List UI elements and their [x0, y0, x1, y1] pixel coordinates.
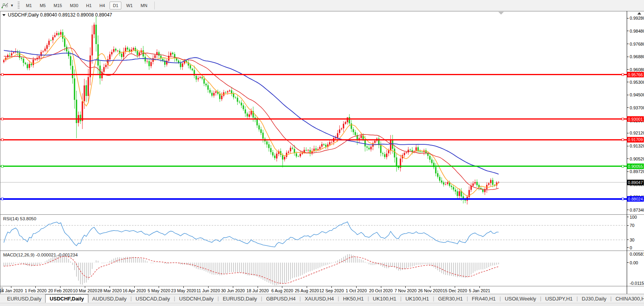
price-tick-label: 0.92120	[630, 131, 644, 135]
rsi-axis-label: 0	[630, 245, 632, 250]
price-tag-0.90055: 0.90055	[627, 164, 644, 169]
svg-text:0.95766: 0.95766	[628, 72, 643, 77]
rsi-axis-label: 30	[630, 238, 635, 242]
chart-tab-audusd-daily[interactable]: AUDUSD,Daily	[88, 294, 130, 303]
price-tag-0.91709: 0.91709	[627, 137, 644, 142]
svg-text:0.88024: 0.88024	[628, 197, 643, 201]
macd-axis-label: 0.005818	[630, 252, 644, 256]
timeframe-button-h1[interactable]: H1	[83, 2, 95, 9]
timeframe-button-m5[interactable]: M5	[37, 2, 49, 9]
timeframe-button-h4[interactable]: H4	[96, 2, 108, 9]
date-tick-label: 12 Sep 2020	[319, 288, 344, 293]
date-tick-label: 6 Aug 2020	[271, 288, 293, 293]
chart-tab-xauusd-h4[interactable]: XAUUSD,H4	[301, 294, 338, 303]
chart-background	[0, 11, 644, 294]
price-tag-0.95766: 0.95766	[627, 72, 644, 77]
price-tick-label: 0.95300	[630, 80, 644, 85]
svg-text:0.90055: 0.90055	[628, 164, 643, 169]
price-tick-label: 0.90520	[630, 157, 644, 161]
date-tick-label: 10 Mar 2020	[73, 288, 97, 293]
toolbar-divider	[154, 2, 155, 9]
toolbar-grip	[18, 2, 20, 9]
chart-tab-usdcnh-daily[interactable]: USDCNH,Daily	[175, 294, 218, 303]
date-tick-label: 5 May 2020	[148, 288, 170, 293]
price-tick-label: 0.98480	[630, 29, 644, 33]
date-tick-label: 25 Aug 2020	[295, 288, 319, 293]
timeframe-button-d1[interactable]: D1	[110, 2, 121, 9]
svg-text:0.89047: 0.89047	[628, 180, 643, 185]
timeframe-button-m30[interactable]: M30	[67, 2, 81, 9]
price-tag-0.93001: 0.93001	[627, 116, 644, 122]
svg-text:0.91709: 0.91709	[628, 137, 643, 142]
date-tick-label: 28 Mar 2020	[97, 288, 122, 293]
price-tick-label: 0.89720	[630, 169, 644, 174]
price-chart[interactable]: RSI(14) 53.8050MACD(12,26,9) -0.000021 -…	[0, 11, 644, 294]
timeframe-toolbar: M1M5M15M30H1H4D1W1MN	[23, 2, 150, 9]
status-bar	[0, 303, 644, 306]
date-tick-label: 18 Jul 2020	[247, 288, 269, 293]
chart-tab-bar: EURUSD,DailyUSDCHF,DailyAUDUSD,Daily|USD…	[0, 294, 644, 303]
chart-indicator-icon	[1, 2, 9, 9]
price-tick-label: 0.96080	[630, 67, 644, 72]
chart-tab-usoil-weekly[interactable]: USOil,Weekly	[501, 294, 540, 303]
chart-tab-eurusd-daily[interactable]: EURUSD,Daily	[3, 294, 45, 303]
chart-tab-hk50-h1[interactable]: HK50,H1	[339, 294, 368, 303]
current-price-tag: 0.89047	[627, 180, 644, 185]
timeframe-button-m1[interactable]: M1	[23, 2, 35, 9]
macd-axis-label: 0.00	[630, 260, 638, 265]
date-tick-label: 26 Nov 2020	[418, 288, 442, 293]
date-tick-label: 16 Apr 2020	[123, 288, 146, 293]
timeframe-button-w1[interactable]: W1	[123, 2, 136, 9]
timeframe-button-mn[interactable]: MN	[137, 2, 150, 9]
chart-tab-usdcad-daily[interactable]: USDCAD,Daily	[132, 294, 174, 303]
chart-tab-gbpusd-h4[interactable]: GBPUSD,H4	[262, 294, 300, 303]
chart-tab-dj30-daily[interactable]: DJ30,Daily	[578, 294, 610, 303]
dropdown-caret-icon: ▼	[10, 4, 14, 7]
date-tick-label: 14 Jan 2020	[0, 288, 23, 293]
chart-tab-ger30-h1[interactable]: GER30,H1	[434, 294, 467, 303]
date-tick-label: 11 Jun 2020	[197, 288, 220, 293]
macd-label: MACD(12,26,9) -0.000021 -0.001234	[3, 253, 78, 257]
chart-window: RSI(14) 53.8050MACD(12,26,9) -0.000021 -…	[0, 11, 644, 294]
date-tick-label: 20 Feb 2020	[48, 288, 73, 293]
toolbar: ▼ M1M5M15M30H1H4D1W1MN	[0, 0, 644, 11]
chart-title-text: USDCHF,Daily 0.89040 0.89132 0.89008 0.8…	[8, 12, 112, 18]
date-tick-label: 5 Jan 2021	[469, 288, 490, 293]
price-tick-label: 0.93700	[630, 105, 644, 110]
price-tag-0.88024: 0.88024	[627, 196, 644, 202]
rsi-axis-label: 70	[630, 223, 635, 228]
rsi-label: RSI(14) 53.8050	[3, 216, 36, 221]
date-tick-label: 30 Jun 2020	[221, 288, 245, 293]
price-tick-label: 0.96880	[630, 54, 644, 59]
chart-tab-usdchf-daily[interactable]: USDCHF,Daily	[45, 294, 88, 303]
chart-tab-eurusd-daily[interactable]: EURUSD,Daily	[219, 294, 261, 303]
chart-tab-fra40-h1[interactable]: FRA40,H1	[468, 294, 500, 303]
price-tick-label: 0.87340	[630, 208, 644, 212]
svg-text:0.93001: 0.93001	[628, 117, 643, 122]
rsi-axis-label: 100	[630, 215, 637, 219]
price-tick-label: 0.99280	[630, 16, 644, 20]
date-tick-label: 15 Dec 2020	[443, 288, 467, 293]
price-tick-label: 0.94500	[630, 92, 644, 97]
date-tick-label: 7 Nov 2020	[395, 288, 417, 293]
chart-title: USDCHF,Daily 0.89040 0.89132 0.89008 0.8…	[2, 12, 112, 18]
chart-tools-button[interactable]: ▼	[0, 2, 15, 9]
macd-axis-label: -0.011514	[630, 281, 644, 286]
date-tick-label: 23 May 2020	[171, 288, 196, 293]
price-tick-label: 0.97680	[630, 42, 644, 46]
date-tick-label: 1 Feb 2020	[25, 288, 47, 293]
chart-tab-uk100-h1[interactable]: UK100,H1	[401, 294, 433, 303]
chart-tab-uk100-h1[interactable]: UK100,H1	[369, 294, 400, 303]
date-tick-label: 20 Oct 2020	[369, 288, 393, 293]
timeframe-button-m15[interactable]: M15	[50, 2, 65, 9]
chart-tab-china300-h1[interactable]: CHINA300,H1	[611, 294, 644, 303]
price-tick-label: 0.91320	[630, 144, 644, 148]
horizontal-line-0.88024[interactable]	[0, 198, 627, 200]
date-tick-label: 1 Oct 2020	[346, 288, 367, 293]
chart-tab-usdjpy-h1[interactable]: USDJPY,H1	[541, 294, 576, 303]
